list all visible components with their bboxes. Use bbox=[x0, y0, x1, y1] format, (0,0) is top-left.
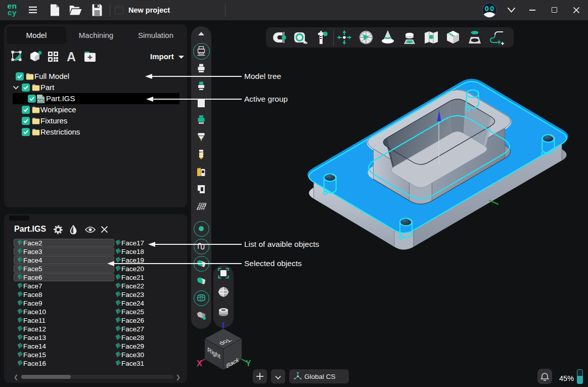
svg-text:X: X bbox=[197, 359, 202, 368]
svg-text:Y: Y bbox=[246, 359, 251, 368]
svg-text:IGS: IGS bbox=[37, 99, 43, 102]
